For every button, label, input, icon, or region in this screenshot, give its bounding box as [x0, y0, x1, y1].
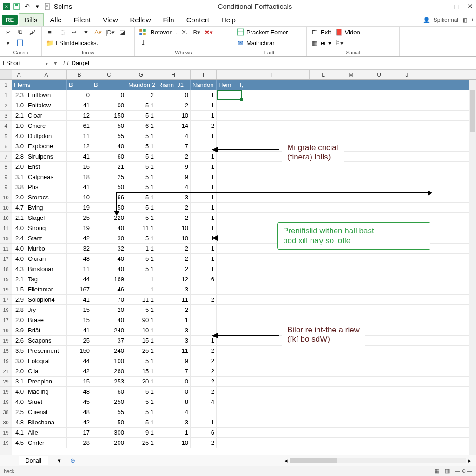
redo-icon[interactable]: ▾: [33, 3, 41, 10]
cell[interactable]: 3: [156, 284, 191, 294]
cell[interactable]: 37: [92, 336, 126, 345]
cut-icon[interactable]: ✂: [4, 28, 12, 36]
row-header[interactable]: 2: [0, 100, 12, 111]
cell[interactable]: 2.0: [12, 162, 26, 172]
cell[interactable]: 250: [92, 397, 126, 407]
view-layout-icon[interactable]: ▥: [445, 468, 450, 474]
cell[interactable]: 8: [156, 397, 191, 407]
row-header[interactable]: 6: [0, 141, 12, 152]
cell[interactable]: 5 1: [126, 407, 156, 417]
scroll-left-icon[interactable]: ◂: [284, 457, 288, 464]
row-header[interactable]: 29: [0, 377, 12, 387]
prackert-label[interactable]: Prackert Fomer: [246, 29, 288, 36]
viden-label[interactable]: Viden: [345, 29, 360, 36]
cell[interactable]: 25 1: [126, 346, 156, 356]
cell[interactable]: 4: [156, 407, 191, 417]
user-icon[interactable]: 👤: [423, 17, 430, 23]
column-header[interactable]: U: [365, 70, 393, 79]
minimize-icon[interactable]: —: [438, 2, 445, 11]
cell[interactable]: 5 1: [126, 356, 156, 366]
cell[interactable]: 40: [92, 254, 126, 264]
cell[interactable]: 0: [67, 90, 92, 100]
row-header[interactable]: 21: [0, 366, 12, 377]
cell[interactable]: 15 1: [126, 336, 156, 345]
cell[interactable]: 4.3: [12, 264, 26, 274]
row-header[interactable]: 10: [0, 192, 12, 203]
cell[interactable]: 15: [67, 377, 92, 386]
cell[interactable]: 12: [67, 141, 92, 151]
cell[interactable]: 3.0: [12, 356, 26, 366]
cell[interactable]: 20 1: [126, 377, 156, 386]
cell[interactable]: Bving: [26, 203, 67, 212]
table-header-cell[interactable]: H,: [235, 80, 260, 90]
cell[interactable]: Strong: [26, 223, 67, 233]
cell[interactable]: 2.8: [12, 305, 26, 315]
row-header[interactable]: 17: [0, 254, 12, 264]
cell[interactable]: Siruipons: [26, 152, 67, 161]
clipboard-icon[interactable]: [16, 39, 24, 47]
cell[interactable]: 1: [191, 244, 217, 253]
cell[interactable]: 46: [92, 284, 126, 294]
cell[interactable]: Cliienst: [26, 407, 67, 417]
row-header[interactable]: 19: [0, 274, 12, 284]
row-header[interactable]: 5: [0, 131, 12, 141]
table-row[interactable]: 4.8Bilochana42505 131: [12, 417, 476, 428]
cell[interactable]: 41: [67, 182, 92, 192]
fx-dropdown-icon[interactable]: ▾: [54, 60, 57, 66]
menu-contert[interactable]: Contert: [181, 14, 215, 26]
row-header[interactable]: 19: [0, 387, 12, 397]
row-header[interactable]: 11: [0, 223, 12, 233]
cell[interactable]: 17: [67, 428, 92, 437]
cell[interactable]: 2: [156, 305, 191, 315]
row-header[interactable]: 19: [0, 356, 12, 366]
cell[interactable]: Slagel: [26, 213, 67, 223]
cell[interactable]: 2: [191, 387, 217, 397]
scroll-right-icon[interactable]: ▸: [468, 457, 471, 464]
menu-filn[interactable]: Filn: [158, 14, 180, 26]
cell[interactable]: 100: [92, 356, 126, 366]
cell[interactable]: 1: [191, 254, 217, 264]
cell[interactable]: 5 1: [126, 172, 156, 182]
defacks-label[interactable]: I Sfintdeficacks.: [56, 40, 98, 46]
er-label[interactable]: er: [321, 40, 326, 46]
cell[interactable]: 11: [156, 295, 191, 304]
cell[interactable]: Clia: [26, 366, 67, 376]
cell[interactable]: 42: [67, 366, 92, 376]
cell[interactable]: 11: [67, 131, 92, 141]
column-header[interactable]: C: [92, 70, 126, 79]
cell[interactable]: 25: [92, 172, 126, 182]
cell[interactable]: 2: [126, 90, 156, 100]
cell[interactable]: 90 1: [126, 315, 156, 325]
table-row[interactable]: 4.0Macling48605 102: [12, 387, 476, 397]
cell[interactable]: 11: [67, 264, 92, 274]
table-row[interactable]: 2.0Enst16215 191: [12, 162, 476, 172]
remove-icon[interactable]: ✖▾: [205, 28, 213, 36]
cell[interactable]: 70: [92, 295, 126, 304]
cell[interactable]: 2.3: [12, 90, 26, 100]
prackert-icon[interactable]: [236, 28, 245, 36]
cell[interactable]: 2.1: [12, 111, 26, 120]
cell[interactable]: 61: [67, 121, 92, 131]
cell[interactable]: 5 1: [126, 111, 156, 120]
cell[interactable]: 1: [191, 90, 217, 100]
table-row[interactable]: 4.0Dullpdon11555 141: [12, 131, 476, 141]
cell[interactable]: 2: [191, 121, 217, 131]
row-header[interactable]: 19: [0, 284, 12, 295]
column-header[interactable]: I: [235, 70, 310, 79]
table-row[interactable]: 2.9Solopion4417011 1112: [12, 295, 476, 305]
cell[interactable]: 1: [191, 111, 217, 120]
cell[interactable]: Cloar: [26, 111, 67, 120]
row-header[interactable]: 19: [0, 325, 12, 336]
cell[interactable]: 6: [191, 428, 217, 437]
column-header[interactable]: [217, 70, 235, 79]
table-row[interactable]: 2.1Cloar121505 1101: [12, 111, 476, 121]
cell[interactable]: 167: [67, 284, 92, 294]
cell[interactable]: 2.1: [12, 274, 26, 284]
table-row[interactable]: 4.0Olcran48405 121: [12, 254, 476, 264]
cell[interactable]: 48: [67, 254, 92, 264]
exit-icon[interactable]: 🗔: [311, 28, 319, 36]
row-header[interactable]: 19: [0, 336, 12, 346]
cell[interactable]: Dullpdon: [26, 131, 67, 141]
cell[interactable]: 5 1: [126, 141, 156, 151]
cell[interactable]: 44: [67, 274, 92, 284]
